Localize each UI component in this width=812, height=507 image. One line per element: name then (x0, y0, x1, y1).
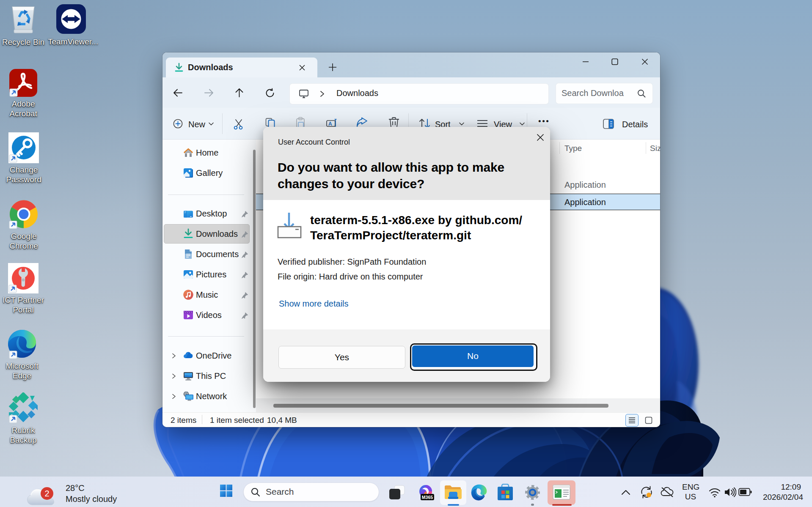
svg-text:A: A (328, 121, 332, 127)
svg-text:2: 2 (44, 489, 49, 498)
svg-text:M365: M365 (422, 495, 433, 500)
